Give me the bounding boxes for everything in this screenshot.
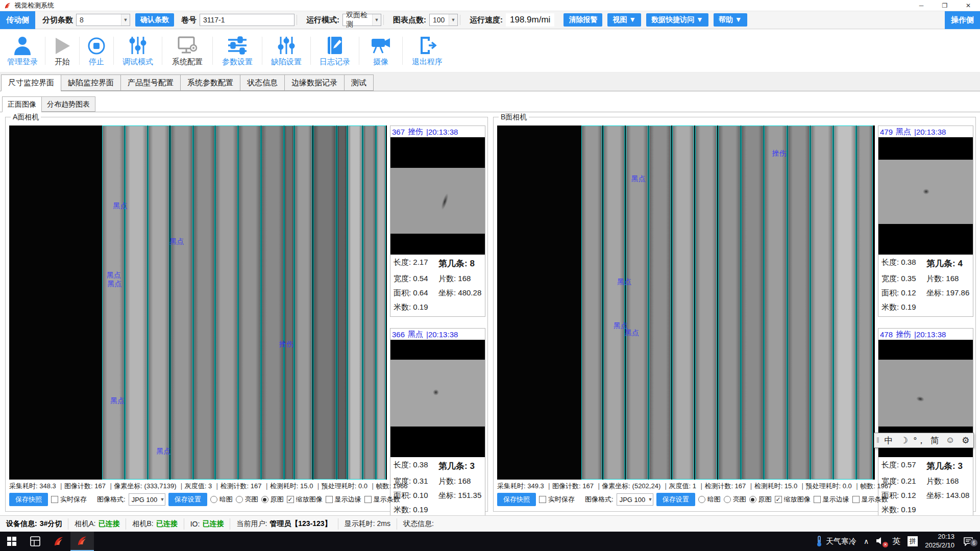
film-strip bbox=[695, 126, 718, 480]
defect-card[interactable]: 367 挫伤 |20:13:38 长度: 2.17 第几条: 8 宽度: 0.5… bbox=[390, 126, 485, 317]
clock-widget[interactable]: 20:13 2025/2/10 bbox=[925, 533, 954, 550]
roll-number-input[interactable] bbox=[200, 14, 295, 26]
help-menu-button[interactable]: 帮助 ▼ bbox=[714, 13, 747, 27]
realtime-save-checkbox[interactable] bbox=[539, 496, 546, 503]
ime-punctuation-icon[interactable]: °， bbox=[912, 435, 927, 446]
chevron-down-icon[interactable]: ▼ bbox=[160, 497, 164, 502]
camera-b-controls: 保存快照 实时保存 图像格式: JPG 100 ▼ 保存设置 暗图 亮图 原图 … bbox=[497, 492, 875, 507]
zoom-image-checkbox[interactable]: ✓ bbox=[287, 496, 294, 503]
defect-thumbnail bbox=[878, 137, 973, 255]
chevron-down-icon[interactable]: ▼ bbox=[121, 14, 130, 26]
start-button[interactable] bbox=[0, 532, 23, 551]
maximize-button[interactable]: ❐ bbox=[933, 0, 957, 11]
defect-coord: 197.86 bbox=[946, 288, 969, 297]
dark-image-radio[interactable] bbox=[698, 496, 705, 503]
notification-count-badge: 6 bbox=[970, 539, 978, 547]
defect-card-header: 367 挫伤 |20:13:38 bbox=[390, 126, 485, 137]
tab-edge-data-record[interactable]: 边缘数据记录 bbox=[284, 74, 344, 91]
image-format-select[interactable]: JPG 100 ▼ bbox=[129, 493, 165, 506]
exit-program-button[interactable]: 退出程序 bbox=[403, 30, 452, 72]
defect-time: |20:13:38 bbox=[426, 330, 458, 339]
ime-fullwidth-icon[interactable]: ☽ bbox=[896, 435, 912, 446]
subtab-distribution-chart[interactable]: 分布趋势图表 bbox=[41, 96, 95, 112]
run-mode-select[interactable]: 双面检测 ▼ bbox=[342, 14, 381, 26]
tab-page: 正面图像 分布趋势图表 A面相机 黑点黑点黑点黑点挫伤黑点黑点 367 挫伤 |… bbox=[0, 91, 980, 515]
tab-defect-monitor[interactable]: 缺陷监控界面 bbox=[61, 74, 120, 91]
original-image-radio[interactable] bbox=[749, 496, 756, 503]
ime-language-indicator[interactable]: 英 bbox=[892, 536, 900, 547]
tab-status-info[interactable]: 状态信息 bbox=[240, 74, 284, 91]
show-count-checkbox[interactable] bbox=[364, 496, 372, 503]
confirm-count-button[interactable]: 确认条数 bbox=[135, 13, 174, 27]
admin-login-button[interactable]: 管理登录 bbox=[0, 30, 45, 72]
notification-center-button[interactable]: 6 bbox=[962, 537, 975, 546]
defect-card[interactable]: 479 黑点 |20:13:38 长度: 0.38 第几条: 4 宽度: 0.3… bbox=[878, 126, 973, 317]
defect-type: 挫伤 bbox=[896, 330, 911, 339]
tab-size-monitor[interactable]: 尺寸监控界面 bbox=[1, 74, 61, 91]
camera-a-controls: 保存快照 实时保存 图像格式: JPG 100 ▼ 保存设置 暗图 亮图 原图 … bbox=[9, 492, 387, 507]
chart-points-select[interactable]: 100 ▼ bbox=[429, 14, 458, 26]
operation-side-button[interactable]: 操作侧 bbox=[945, 11, 980, 29]
bright-image-radio[interactable] bbox=[724, 496, 731, 503]
ime-settings-gear-icon[interactable]: ⚙ bbox=[958, 435, 973, 446]
save-snapshot-button[interactable]: 保存快照 bbox=[9, 493, 48, 506]
film-strip bbox=[193, 126, 214, 480]
defect-length: 0.38 bbox=[413, 460, 428, 469]
transmission-side-button[interactable]: 传动侧 bbox=[0, 11, 35, 29]
drag-handle-icon[interactable]: ‖ bbox=[874, 436, 881, 444]
film-strip bbox=[764, 126, 787, 480]
camera-capture-button[interactable]: 摄像 bbox=[359, 30, 402, 72]
save-settings-button[interactable]: 保存设置 bbox=[656, 493, 695, 506]
tab-product-model-config[interactable]: 产品型号配置 bbox=[120, 74, 180, 91]
log-record-button[interactable]: 日志记录 bbox=[311, 30, 359, 72]
defect-card[interactable]: 478 挫伤 |20:13:38 长度: 0.57 第几条: 3 宽度: 0.2… bbox=[878, 328, 973, 519]
chevron-down-icon[interactable]: ▼ bbox=[449, 14, 457, 26]
slit-count-select[interactable]: 8 ▼ bbox=[76, 14, 130, 26]
save-settings-button[interactable]: 保存设置 bbox=[168, 493, 207, 506]
data-quick-access-menu-button[interactable]: 数据快捷访问 ▼ bbox=[646, 13, 708, 27]
system-config-button[interactable]: 系统配置 bbox=[162, 30, 212, 72]
chevron-down-icon[interactable]: ▼ bbox=[372, 14, 381, 26]
task-view-button[interactable] bbox=[23, 532, 47, 551]
view-menu-button[interactable]: 视图 ▼ bbox=[607, 13, 641, 27]
show-edge-checkbox[interactable] bbox=[326, 496, 333, 503]
defect-width: 0.31 bbox=[413, 477, 428, 485]
ime-language-toggle[interactable]: 中 bbox=[881, 435, 896, 446]
tab-system-param-config[interactable]: 系统参数配置 bbox=[180, 74, 240, 91]
chevron-down-icon[interactable]: ▼ bbox=[648, 497, 652, 502]
ime-emoji-icon[interactable]: ☺ bbox=[943, 435, 958, 445]
tab-test[interactable]: 测试 bbox=[344, 74, 374, 91]
defect-settings-button[interactable]: 缺陷设置 bbox=[262, 30, 310, 72]
minimize-button[interactable]: ─ bbox=[910, 0, 933, 11]
show-edge-checkbox[interactable] bbox=[814, 496, 821, 503]
volume-muted-button[interactable]: ✕ bbox=[876, 537, 885, 546]
subtab-front-image[interactable]: 正面图像 bbox=[2, 96, 41, 112]
debug-mode-button[interactable]: 调试模式 bbox=[114, 30, 162, 72]
original-image-radio[interactable] bbox=[261, 496, 268, 503]
defect-card[interactable]: 366 黑点 |20:13:38 长度: 0.38 第几条: 3 宽度: 0.3… bbox=[390, 328, 485, 519]
ime-pinyin-indicator[interactable]: 拼 bbox=[908, 536, 918, 546]
parameter-settings-button[interactable]: 参数设置 bbox=[213, 30, 262, 72]
weather-widget[interactable]: 天气寒冷 bbox=[816, 536, 856, 547]
save-snapshot-button[interactable]: 保存快照 bbox=[497, 493, 536, 506]
image-format-select[interactable]: JPG 100 ▼ bbox=[617, 493, 653, 506]
pinned-app-button[interactable] bbox=[47, 532, 70, 551]
divider bbox=[297, 15, 297, 25]
show-count-checkbox[interactable] bbox=[852, 496, 860, 503]
dark-image-radio[interactable] bbox=[210, 496, 217, 503]
tray-expand-caret[interactable]: ∧ bbox=[864, 537, 869, 545]
stop-button[interactable]: 停止 bbox=[80, 30, 113, 72]
defect-number: 367 bbox=[392, 128, 405, 136]
device-info: 设备信息:3#分切 bbox=[0, 518, 68, 530]
ime-simplified-toggle[interactable]: 简 bbox=[927, 435, 942, 446]
start-button[interactable]: 开始 bbox=[45, 30, 79, 72]
film-strip bbox=[261, 126, 284, 480]
command-bar: 传动侧 分切条数 8 ▼ 确认条数 卷号 运行模式: 双面检测 ▼ 图表点数: … bbox=[0, 11, 980, 29]
close-button[interactable]: ✕ bbox=[957, 0, 980, 11]
clear-alarm-button[interactable]: 清除报警 bbox=[564, 13, 602, 27]
bright-image-radio[interactable] bbox=[236, 496, 243, 503]
zoom-image-checkbox[interactable]: ✓ bbox=[775, 496, 782, 503]
running-app-button[interactable] bbox=[70, 532, 94, 551]
realtime-save-checkbox[interactable] bbox=[51, 496, 58, 503]
defect-marker-label: 黑点 bbox=[631, 174, 646, 184]
